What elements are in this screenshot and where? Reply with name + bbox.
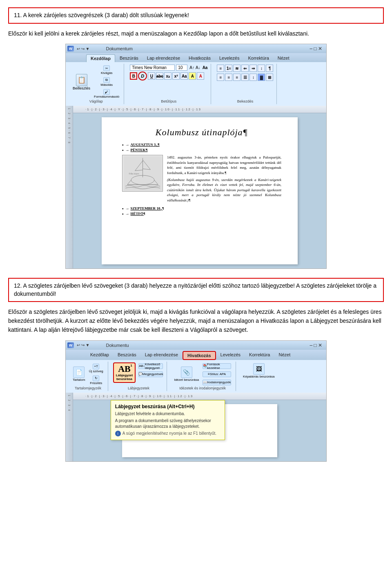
kepalairas-label: Képaláírás beszúrása: [243, 375, 274, 378]
kivagás-btn[interactable]: ✂ Kivágás: [93, 65, 120, 76]
megjegyzesek-btn[interactable]: 💬 Megjegyzések: [137, 371, 164, 378]
font-case-icon[interactable]: Aa: [203, 65, 208, 70]
tooltip-text2: A program a dokumentumbeli szöveg áthely…: [115, 418, 220, 429]
tooltip-labjegyzet: Lábjegyzet beszúrása (Alt+Ctrl+H) Lábjeg…: [111, 400, 225, 440]
instruction-11: Először ki kell jelölni a kerek zárójele…: [8, 29, 384, 38]
stilus-btn[interactable]: ≡ Stílus: APA: [201, 371, 232, 378]
decrease-indent-btn[interactable]: ⇐: [241, 65, 249, 72]
tab-beszuras-2[interactable]: Beszúrás: [114, 351, 140, 360]
para-text-1: 1492. augusztus 3-án, pénteken nyolc óra…: [167, 155, 281, 175]
align-center-btn[interactable]: ≡: [225, 74, 232, 81]
tab-lapelrendezes-2[interactable]: Lap elrendezése: [141, 351, 182, 360]
font-name-box[interactable]: Times New Roman: [130, 65, 175, 71]
tooltip-hint: i A súgó megjelenítéséhez nyomja le az F…: [115, 431, 220, 436]
tab-beszuras-1[interactable]: Beszúrás: [116, 54, 143, 62]
fontcase2-btn[interactable]: Aa: [180, 72, 188, 80]
numbering-btn[interactable]: 1≡: [225, 65, 232, 72]
bullet-aug-text: AUGUSZTUS 3.,¶: [131, 143, 160, 147]
labjegyzet-icon-wrap: AB 1: [118, 364, 131, 373]
kovetkezo-labjegyzet-btn[interactable]: AB↓ Következő lábjegyzet: [137, 362, 164, 370]
show-para-btn[interactable]: ¶: [266, 65, 273, 72]
uj-szoveg-label: Új szöveg: [89, 369, 103, 373]
word-titlebar-1: W ↩ ↪ ▼ Dokumentum – □ ✕: [66, 44, 326, 53]
tab-korrektúra-2[interactable]: Korrektúra: [245, 351, 274, 360]
align-left-btn[interactable]: ≡: [217, 74, 224, 81]
uj-szoveg-btn[interactable]: +T Új szöveg: [88, 363, 105, 374]
font-grow-icon[interactable]: A↑: [189, 65, 194, 70]
color-btn[interactable]: A: [197, 72, 204, 80]
word-page-1: Kolumbusz útinaplója¶ ▪ → AUGUSZTUS 3.,¶…: [102, 117, 298, 264]
idezetek-label: Idézetek és irodalomjegyzék: [179, 386, 226, 390]
italic-icon: D: [141, 74, 144, 78]
irodalomjegyzek-btn[interactable]: 📖 Irodalomjegyzék: [201, 379, 232, 386]
word-doc-area-1: Kolumbusz útinaplója¶ ▪ → AUGUSZTUS 3.,¶…: [73, 113, 326, 268]
labjegyzet-superscript: 1: [130, 364, 132, 367]
tooltip-text1: Lábjegyzet felvétele a dokumentumba.: [115, 411, 220, 417]
tab-nezet-2[interactable]: Nézet: [274, 351, 294, 360]
word-logo-icon: W: [67, 46, 74, 51]
font-shrink-icon[interactable]: A↓: [196, 65, 200, 70]
idezet-btn[interactable]: 📎 Idézet beszúrása: [173, 366, 200, 382]
kivagás-label: Kivágás: [101, 71, 112, 75]
tab-kezdolap-1[interactable]: Kezdőlap: [86, 54, 115, 62]
subscript-btn[interactable]: x₂: [164, 72, 172, 80]
labjegyzet-small-btns: AB↓ Következő lábjegyzet 💬 Megjegyzések: [137, 362, 164, 378]
superscript-btn[interactable]: x²: [172, 72, 180, 80]
tab-lapelrendezes-1[interactable]: Lap elrendezése: [143, 54, 184, 62]
tab-hivatkozas-1[interactable]: Hivatkozás: [185, 54, 215, 62]
idezetek-group: 📎 Idézet beszúrása 📚 Források kezelése ≡…: [169, 362, 236, 391]
titlebar-text-2: Dokumentu: [106, 343, 129, 348]
sort-btn[interactable]: ↕: [258, 65, 265, 72]
border-btn[interactable]: ⊞: [266, 74, 273, 81]
labjegyzetek-label: Lábjegyzetek: [113, 386, 164, 390]
task-12-text: 12. A szögletes zárójelben lévő szövegek…: [14, 282, 376, 297]
right-text-col: 1492. augusztus 3-án, pénteken nyolc óra…: [167, 155, 281, 203]
font-size-box[interactable]: 10: [176, 65, 187, 71]
clipboard-small-btns: ✂ Kivágás ⧉ Másolás 🖌 Formátummásoló: [93, 65, 120, 99]
shading-btn[interactable]: ▓: [258, 74, 265, 81]
masolas-btn[interactable]: ⧉ Másolás: [93, 76, 120, 87]
kepalairas-group: 🖼 Képaláírás beszúrása: [238, 362, 279, 391]
highlight-btn[interactable]: A: [189, 72, 196, 80]
underline-btn[interactable]: U: [148, 72, 155, 80]
tartalom-btn[interactable]: 📄 Tartalom: [71, 366, 87, 382]
multilevel-btn[interactable]: ≋: [233, 65, 241, 72]
linespacing-btn[interactable]: ↕: [249, 74, 257, 81]
bold-btn[interactable]: B: [130, 72, 137, 80]
copy-icon: ⧉: [103, 77, 110, 83]
labjegyzet-beszuras-btn[interactable]: AB 1 Lábjegyzet beszúrása: [113, 362, 136, 383]
increase-indent-btn[interactable]: ⇒: [249, 65, 257, 72]
clipboard-group: 📋 Beillesztés ✂ Kivágás ⧉ Másolás 🖌 Form…: [68, 64, 124, 104]
forraskez-btn[interactable]: 📚 Források kezelése: [201, 362, 232, 370]
tab-levelezs-1[interactable]: Levelezés: [215, 54, 244, 62]
toc-small-btns: +T Új szöveg ↻ Frissítés: [88, 363, 105, 386]
megjegyzesek-icon: 💬 Megjegyzések: [138, 371, 163, 377]
justify-btn[interactable]: ☰: [241, 74, 249, 81]
strikethrough-btn[interactable]: abc: [156, 72, 163, 80]
tab-nezet-1[interactable]: Nézet: [274, 54, 294, 62]
word-screenshot-1: W ↩ ↪ ▼ Dokumentum – □ ✕ Kezdőlap Beszúr…: [65, 44, 327, 269]
align-right-btn[interactable]: ≡: [233, 74, 241, 81]
highlight-icon: A: [191, 74, 194, 78]
forraskez-label-inner: Források kezelése: [207, 362, 231, 370]
tab-hivatkozas-2[interactable]: Hivatkozás: [183, 351, 216, 360]
bullet-pentek: ▪ → PÉNTEK¶: [122, 148, 281, 152]
bullet-szept: ▪ → SZEPTEMBER 10.,¶: [122, 206, 281, 211]
bullets-btn[interactable]: ≡: [217, 65, 224, 72]
italic-btn[interactable]: D: [138, 72, 147, 80]
tab-korrektúra-1[interactable]: Korrektúra: [244, 54, 273, 62]
frissites-btn[interactable]: ↻ Frissítés: [88, 375, 105, 386]
megjegyzesek-label-inner: Megjegyzések: [143, 372, 163, 376]
tab-kezdolap-2[interactable]: Kezdőlap: [86, 351, 113, 360]
tab-levelezs-2[interactable]: Levelezés: [216, 351, 245, 360]
bullet-hetfo: ▪ → HÉTFŐ¶: [122, 212, 281, 216]
beillesztes-btn[interactable]: 📋 Beillesztés: [71, 73, 91, 91]
formatum-btn[interactable]: 🖌 Formátummásoló: [93, 88, 120, 99]
font-row2: B D U abc x₂ x² Aa: [130, 72, 207, 80]
bold-icon: B: [132, 74, 135, 78]
underline-icon: U: [150, 74, 153, 78]
ruler-2: ·1·|·2·|·3·|·4·|·5·|·6·|·7·|·8·|·9·|·10·…: [73, 393, 326, 400]
kepalairas-btn[interactable]: 🖼 Képaláírás beszúrása: [242, 362, 276, 379]
word-titlebar-2: W ↩ ↪ ▼ Dokumentu – □ ✕: [66, 341, 326, 350]
kovetkezo-label-inner: Következő lábjegyzet: [145, 362, 163, 370]
